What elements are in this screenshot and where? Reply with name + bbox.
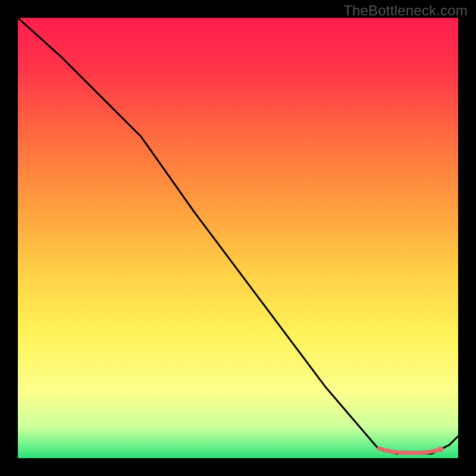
- watermark-text: TheBottleneck.com: [343, 2, 468, 19]
- chart-svg: [18, 18, 458, 458]
- gradient-background: [18, 18, 458, 458]
- svg-line-1: [386, 450, 389, 451]
- svg-point-9: [437, 446, 443, 452]
- chart-frame: TheBottleneck.com: [0, 0, 476, 476]
- svg-line-8: [432, 450, 437, 452]
- svg-line-7: [425, 452, 429, 453]
- svg-line-0: [379, 449, 383, 450]
- svg-line-2: [392, 452, 396, 452]
- plot-area: [18, 18, 458, 458]
